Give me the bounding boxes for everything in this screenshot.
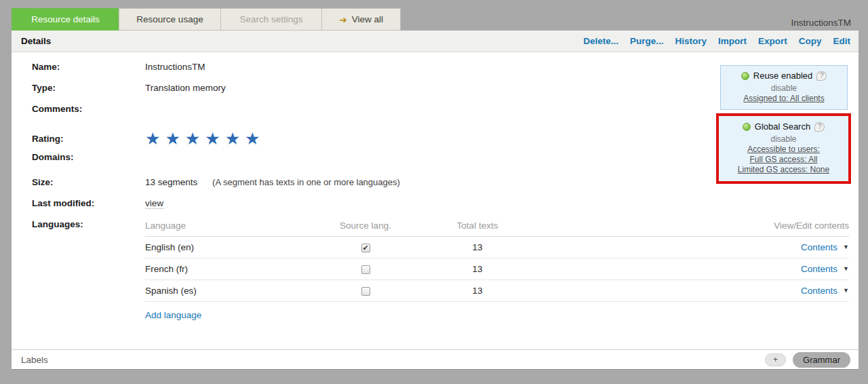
tab-resource-usage[interactable]: Resource usage [119, 8, 221, 31]
total-texts-value: 13 [410, 237, 545, 258]
reuse-enabled-box: Reuse enabled ? disable Assigned to: All… [720, 65, 848, 110]
resource-name-title: InstructionsTM [791, 18, 851, 28]
chevron-down-icon[interactable]: ▼ [843, 288, 849, 294]
section-title: Details [21, 36, 51, 46]
languages-header-row: Language Source lang. Total texts View/E… [145, 219, 849, 237]
total-texts-value: 13 [410, 258, 545, 280]
reuse-enabled-title: Reuse enabled [753, 71, 812, 81]
history-link[interactable]: History [675, 36, 707, 46]
chevron-down-icon[interactable]: ▼ [843, 244, 849, 250]
name-label: Name: [21, 62, 145, 72]
accessible-to-users-link[interactable]: Accessible to users: [723, 145, 844, 155]
add-language-link[interactable]: Add language [145, 310, 201, 320]
status-green-dot-icon [741, 72, 749, 80]
source-lang-checkbox[interactable] [361, 244, 370, 252]
action-links: Delete... Purge... History Import Export… [583, 36, 850, 46]
tab-view-all[interactable]: ➔ View all [321, 8, 401, 31]
field-languages: Languages: Language Source lang. Total t… [21, 219, 849, 320]
arrow-right-icon: ➔ [339, 15, 347, 24]
tab-bar: Resource details Resource usage Search s… [12, 8, 401, 31]
size-label: Size: [21, 177, 145, 187]
details-header-bar: Details Delete... Purge... History Impor… [12, 31, 859, 52]
view-last-modified-link[interactable]: view [145, 198, 163, 209]
contents-link[interactable]: Contents [801, 286, 837, 296]
rating-stars[interactable]: ★★★★★★ [145, 129, 264, 148]
col-total-texts: Total texts [410, 219, 545, 237]
details-panel: Details Delete... Purge... History Impor… [12, 31, 859, 370]
table-row-english: English (en) 13 Contents▼ [145, 237, 849, 258]
help-icon[interactable]: ? [816, 71, 827, 81]
size-note: (A segment has texts in one or more lang… [212, 177, 400, 187]
tab-view-all-label: View all [352, 14, 383, 24]
import-link[interactable]: Import [718, 36, 747, 46]
languages-table: Language Source lang. Total texts View/E… [145, 219, 849, 302]
global-search-title: Global Search [755, 121, 810, 132]
contents-link[interactable]: Contents [801, 264, 837, 274]
comments-label: Comments: [21, 104, 145, 114]
source-lang-checkbox[interactable] [361, 265, 370, 274]
add-label-button[interactable]: + [765, 353, 786, 366]
col-view-edit-contents: View/Edit contents [545, 219, 849, 237]
chevron-down-icon[interactable]: ▼ [843, 266, 849, 272]
domains-label: Domains: [21, 152, 145, 162]
table-row-french: French (fr) 13 Contents▼ [145, 258, 849, 280]
contents-link[interactable]: Contents [801, 242, 837, 252]
copy-link[interactable]: Copy [799, 36, 822, 46]
tab-resource-details[interactable]: Resource details [12, 8, 119, 31]
global-search-disable-link[interactable]: disable [723, 134, 844, 144]
details-content: Name: InstructionsTM Type: Translation m… [12, 52, 859, 349]
language-name: French (fr) [145, 258, 321, 280]
purge-link[interactable]: Purge... [630, 36, 664, 46]
last-modified-label: Last modified: [21, 198, 145, 208]
export-link[interactable]: Export [758, 36, 787, 46]
type-label: Type: [21, 83, 145, 93]
limited-gs-access-link[interactable]: Limited GS access: None [723, 165, 844, 175]
status-green-dot-icon [743, 123, 751, 131]
table-row-spanish: Spanish (es) 13 Contents▼ [145, 280, 849, 302]
total-texts-value: 13 [410, 280, 545, 302]
labels-title: Labels [21, 355, 48, 365]
global-search-box-highlighted: Global Search ? disable Accessible to us… [716, 113, 851, 184]
reuse-disable-link[interactable]: disable [725, 83, 843, 93]
col-language: Language [145, 219, 321, 237]
grammar-label-button[interactable]: Grammar [793, 352, 850, 368]
edit-link[interactable]: Edit [833, 36, 851, 46]
size-value: 13 segments [145, 177, 197, 187]
col-source-lang: Source lang. [321, 219, 410, 237]
language-name: English (en) [145, 237, 321, 258]
source-lang-checkbox[interactable] [361, 287, 370, 296]
field-last-modified: Last modified: view [21, 198, 849, 219]
assigned-to-link[interactable]: Assigned to: All clients [725, 94, 843, 104]
tab-search-settings: Search settings [220, 8, 322, 31]
labels-bar: Labels + Grammar [12, 349, 859, 369]
help-icon[interactable]: ? [814, 122, 825, 132]
language-name: Spanish (es) [145, 280, 321, 302]
delete-link[interactable]: Delete... [583, 36, 618, 46]
full-gs-access-link[interactable]: Full GS access: All [723, 155, 844, 165]
languages-label: Languages: [21, 219, 145, 229]
rating-label: Rating: [21, 134, 145, 144]
